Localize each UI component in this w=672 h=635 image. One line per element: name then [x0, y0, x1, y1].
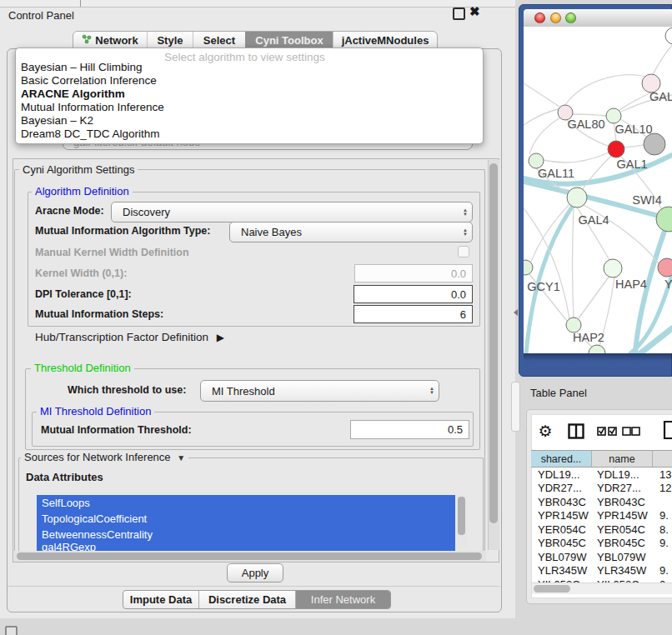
node-label: GAL: [649, 90, 672, 103]
corner-widget-icon[interactable]: [5, 626, 18, 635]
table-row[interactable]: YDR27...YDR27...12: [531, 482, 672, 495]
manual-kernel-label: Manual Kernel Width Definition: [35, 247, 189, 258]
tab-impute-data[interactable]: Impute Data: [123, 591, 198, 608]
table-row[interactable]: YPR145WYPR145W9.: [531, 509, 672, 522]
mi-steps-input[interactable]: 6: [354, 305, 473, 323]
column-header-shared-name[interactable]: shared...: [531, 450, 592, 468]
minimize-traffic-light-icon[interactable]: [550, 12, 561, 23]
settings-horizontal-scrollbar[interactable]: [14, 551, 486, 562]
stepper-icon: ▲▼: [459, 208, 472, 217]
tab-discretize-data[interactable]: Discretize Data: [198, 591, 295, 608]
table-row[interactable]: YBL079WYBL079W: [531, 551, 672, 564]
new-table-icon[interactable]: [663, 420, 672, 440]
list-item-selected[interactable]: gal4RGexp: [37, 542, 455, 551]
column-header-name[interactable]: name: [592, 450, 653, 468]
tab-select[interactable]: Select: [193, 32, 245, 49]
dropdown-item[interactable]: Bayesian – Hill Climbing: [19, 61, 143, 74]
select-all-checkboxes-icon[interactable]: [597, 427, 617, 436]
table-row[interactable]: YDL19...YDL19...13: [531, 468, 672, 482]
apply-button[interactable]: Apply: [227, 563, 283, 582]
which-threshold-label: Which threshold to use:: [68, 384, 186, 396]
zoom-traffic-light-icon[interactable]: [565, 12, 576, 23]
table-row[interactable]: YLR345WYLR345W9.: [531, 564, 672, 578]
data-attributes-label: Data Attributes: [26, 471, 103, 483]
table-row[interactable]: YBR043CYBR043C: [531, 496, 672, 509]
dropdown-item[interactable]: Basic Correlation Inference: [19, 74, 157, 88]
mi-threshold-input[interactable]: 0.5: [350, 420, 469, 439]
network-canvas[interactable]: GAL GAL80 GAL10 GAL1 GAL11 SWI4 GAL4 GCY…: [524, 27, 672, 353]
table-horizontal-scrollbar[interactable]: [532, 582, 672, 594]
cyni-algorithm-settings-title: Cyni Algorithm Settings: [19, 163, 138, 176]
node-pink[interactable]: [658, 258, 672, 277]
kernel-width-input[interactable]: 0.0: [354, 264, 473, 282]
dropdown-item[interactable]: Mutual Information Inference: [19, 101, 164, 114]
node-label: GAL10: [614, 122, 652, 136]
edges-highlighted: [524, 155, 672, 353]
list-item-selected[interactable]: TopologicalCoefficient: [37, 511, 455, 527]
mi-type-label: Mutual Information Algorithm Type:: [35, 225, 210, 237]
node-labels: GAL GAL80 GAL10 GAL1 GAL11 SWI4 GAL4 GCY…: [527, 90, 672, 344]
top-toolbar-strip: [0, 0, 515, 8]
node-gcy1[interactable]: [524, 260, 533, 275]
stepper-icon: ▲▼: [425, 387, 439, 395]
node-label: GAL1: [616, 158, 647, 171]
hub-definition-expander[interactable]: Hub/Transcription Factor Definition ▶: [35, 331, 224, 343]
algorithm-definition-title: Algorithm Definition: [32, 185, 133, 198]
list-item-selected[interactable]: BetweennessCentrality: [37, 527, 455, 542]
splitter-collapse-icon[interactable]: [514, 309, 518, 316]
node-gal10[interactable]: [606, 108, 621, 123]
dropdown-item[interactable]: Bayesian – K2: [19, 114, 93, 128]
expand-right-icon: ▶: [212, 332, 224, 343]
settings-vertical-scrollbar[interactable]: [488, 160, 499, 550]
tab-infer-network[interactable]: Infer Network: [295, 591, 390, 608]
sources-group-title[interactable]: Sources for Network Inference ▼: [21, 451, 188, 463]
node-label: GAL4: [578, 213, 609, 227]
network-window-titlebar[interactable]: [524, 9, 672, 28]
aracne-mode-combobox[interactable]: Discovery ▲▼: [111, 202, 473, 222]
close-traffic-light-icon[interactable]: [534, 12, 545, 23]
attributes-scrollbar[interactable]: [457, 495, 467, 548]
algorithm-dropdown-popup: Select algorithm to view settings Bayesi…: [15, 48, 484, 144]
which-threshold-combobox[interactable]: MI Threshold ▲▼: [200, 380, 439, 402]
dropdown-item-selected[interactable]: ARACNE Algorithm: [19, 88, 125, 101]
node-swi4[interactable]: [656, 207, 672, 232]
divider: [8, 586, 499, 587]
unselect-all-checkboxes-icon[interactable]: [622, 427, 640, 436]
node-label: GAL80: [567, 118, 604, 131]
close-icon[interactable]: ✖: [469, 4, 480, 19]
dropdown-item[interactable]: Dream8 DC_TDC Algorithm: [19, 128, 160, 141]
screen: Control Panel ✖ Network Style Select Cyn…: [0, 0, 672, 635]
node-label: HAP2: [573, 331, 604, 344]
float-window-icon[interactable]: [453, 8, 465, 20]
node-label: GAL11: [538, 167, 574, 180]
dpi-tolerance-input[interactable]: 0.0: [354, 285, 473, 303]
splitter-handle[interactable]: [511, 382, 520, 432]
network-icon: [82, 34, 92, 47]
dpi-tolerance-label: DPI Tolerance [0,1]:: [35, 288, 132, 300]
tab-jactivemnodules[interactable]: jActiveMNodules: [333, 32, 437, 49]
gear-icon[interactable]: ⚙: [537, 422, 554, 440]
table-row[interactable]: YER054CYER054C8.: [531, 523, 672, 537]
node-gal4[interactable]: [567, 188, 587, 208]
bottom-tabbar: Impute Data Discretize Data Infer Networ…: [123, 590, 391, 609]
node-gal1[interactable]: [608, 141, 624, 158]
column-browser-icon[interactable]: [568, 423, 584, 439]
dropdown-placeholder: Select algorithm to view settings: [164, 51, 325, 63]
node-label: HAP4: [615, 278, 647, 291]
node-label: Y: [664, 278, 672, 291]
node-hap4[interactable]: [604, 259, 622, 278]
node[interactable]: [665, 28, 672, 44]
node-gray[interactable]: [644, 133, 665, 155]
column-header[interactable]: [653, 450, 672, 468]
tab-network[interactable]: Network: [73, 32, 147, 49]
mi-type-combobox[interactable]: Naive Bayes ▲▼: [229, 222, 473, 242]
node-label: SWI4: [632, 193, 661, 207]
tab-cyni-toolbox[interactable]: Cyni Toolbox: [245, 32, 333, 49]
tab-style[interactable]: Style: [147, 32, 193, 49]
manual-kernel-checkbox[interactable]: [458, 246, 469, 258]
mi-steps-label: Mutual Information Steps:: [35, 308, 163, 320]
table-row[interactable]: YBR045CYBR045C9.: [531, 537, 672, 550]
threshold-definition-title: Threshold Definition: [31, 362, 134, 374]
list-item-selected[interactable]: SelfLoops: [37, 495, 455, 511]
panel-title: Control Panel: [8, 9, 74, 22]
